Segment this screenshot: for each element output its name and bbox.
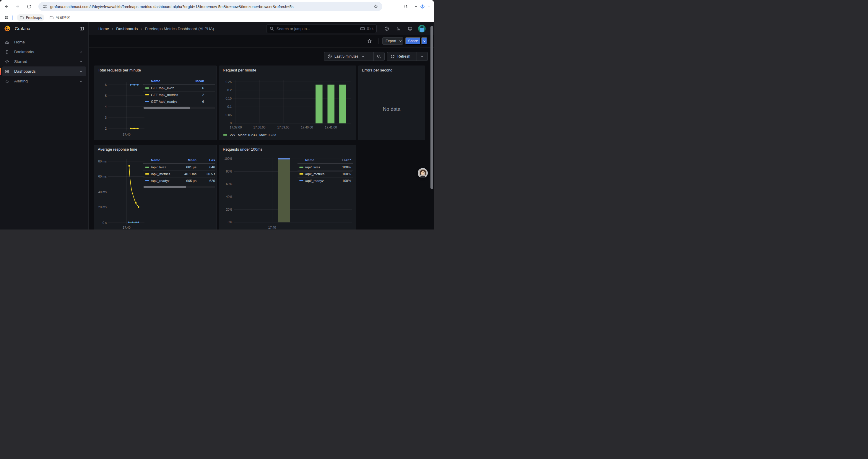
series-name: 2xx — [230, 133, 235, 137]
chevron-down-icon — [420, 54, 425, 59]
legend-column-header[interactable]: Mean — [178, 158, 196, 162]
legend-row[interactable]: /api/_readyz605 µs620 — [143, 177, 215, 184]
reload-button[interactable] — [26, 3, 32, 10]
sidebar-item-bookmarks[interactable]: Bookmarks — [2, 47, 86, 57]
legend-column-header[interactable]: Las — [196, 158, 215, 162]
breadcrumb-item[interactable]: Dashboards — [116, 27, 138, 31]
bookmark-star-button[interactable] — [373, 4, 378, 9]
help-button[interactable] — [384, 26, 390, 31]
legend-hscrollbar[interactable] — [143, 107, 215, 109]
panel-title[interactable]: Errors per second — [362, 68, 392, 72]
series-dash-icon — [145, 180, 149, 182]
legend-row[interactable]: /api/_metrics40.1 ms20.5 r — [143, 170, 215, 177]
svg-text:60 ms: 60 ms — [98, 174, 107, 178]
search-shortcut: ⌘+k — [360, 26, 373, 31]
refresh-interval-button[interactable] — [416, 52, 428, 61]
svg-text:0.1: 0.1 — [227, 105, 231, 108]
legend-row[interactable]: /api/_metrics100% — [298, 170, 353, 177]
legend-series-name: /api/_metrics — [151, 172, 178, 176]
series-dash-icon — [299, 173, 303, 175]
grafana-header: Home›Dashboards›Freeleaps Metrics Dashbo… — [89, 22, 434, 35]
legend-series-name: GET /api/_readyz — [151, 100, 185, 103]
panel-left-icon — [80, 26, 84, 31]
svg-text:3: 3 — [105, 116, 107, 119]
sidebar-item-starred[interactable]: Starred — [2, 57, 86, 66]
forward-button[interactable] — [14, 3, 21, 10]
rss-icon — [396, 26, 401, 31]
legend-header-row: NameLast * — [298, 157, 353, 164]
request-per-minute-legend[interactable]: 2xx Mean: 0.233 Max: 0.233 — [223, 133, 276, 137]
svg-text:80 ms: 80 ms — [98, 160, 107, 163]
address-bar[interactable]: grafana.mathmast.com/d/deytv4rwavabkb/fr… — [38, 2, 382, 11]
series-max: Max: 0.233 — [259, 133, 276, 137]
zoom-out-button[interactable] — [373, 52, 384, 61]
keyboard-icon — [360, 26, 365, 31]
panel-title[interactable]: Request per minute — [223, 68, 256, 72]
sidebar-item-dashboards[interactable]: Dashboards — [2, 66, 86, 76]
bookmark-item[interactable]: Freeleaps — [17, 14, 44, 21]
site-settings-button[interactable] — [42, 4, 47, 9]
legend-row[interactable]: /api/_readyz100% — [298, 177, 353, 184]
svg-text:0: 0 — [230, 121, 231, 125]
share-button[interactable]: Share — [405, 37, 421, 44]
legend-row[interactable]: /api/_livez100% — [298, 164, 353, 170]
export-button[interactable]: Export — [382, 37, 403, 44]
legend-column-header[interactable]: Name — [151, 79, 185, 83]
profile-button[interactable] — [419, 3, 426, 10]
no-data-text: No data — [359, 106, 425, 112]
legend-column-header[interactable]: Name — [305, 158, 331, 162]
assistant-avatar[interactable] — [418, 168, 428, 178]
svg-text:0%: 0% — [228, 220, 232, 224]
series-dash-icon — [145, 173, 149, 175]
avg-response-time-chart[interactable]: 80 ms60 ms40 ms20 ms0 s17:40 — [96, 152, 147, 230]
refresh-button[interactable]: Refresh — [387, 52, 416, 61]
legend-row[interactable]: /api/_livez661 µs646 — [143, 164, 215, 170]
legend-column-header[interactable]: Mean — [185, 79, 204, 83]
legend-value: 605 µs — [178, 179, 196, 183]
reload-icon — [27, 4, 31, 9]
panel-title[interactable]: Requests under 100ms — [223, 147, 262, 152]
share-menu-button[interactable] — [421, 37, 427, 44]
legend-row[interactable]: GET /api/_metrics2 — [143, 91, 215, 98]
sidebar-item-home[interactable]: Home — [2, 37, 86, 47]
legend-value: 20.5 r — [196, 172, 215, 176]
sidebar-item-label: Alerting — [14, 79, 79, 83]
downloads-button[interactable] — [413, 3, 419, 10]
panel-title[interactable]: Total requests per minute — [98, 68, 141, 72]
back-button[interactable] — [3, 3, 10, 10]
series-dash-icon — [145, 167, 149, 168]
chevron-down-icon — [79, 69, 83, 73]
legend-column-header[interactable]: Last * — [331, 158, 351, 162]
chevron-down-icon — [422, 39, 427, 43]
panel-title[interactable]: Average response time — [98, 147, 137, 152]
time-range-picker[interactable]: Last 5 minutes — [324, 52, 373, 61]
extensions-button[interactable] — [402, 3, 409, 10]
legend-hscrollbar[interactable] — [143, 186, 215, 188]
browser-menu-button[interactable] — [426, 3, 432, 10]
kiosk-mode-button[interactable] — [408, 26, 413, 31]
total-requests-chart[interactable]: 6543217:40 — [96, 72, 147, 139]
bookmark-item[interactable]: 收藏博客 — [47, 14, 73, 21]
search-input[interactable]: Search or jump to... ⌘+k — [266, 24, 377, 33]
legend-row[interactable]: GET /api/_readyz6 — [143, 98, 215, 105]
dock-menu-button[interactable] — [80, 26, 84, 31]
legend-series-name: /api/_metrics — [305, 172, 331, 176]
favorite-dashboard-button[interactable] — [367, 39, 373, 44]
refresh-label: Refresh — [397, 54, 410, 59]
panel-request-per-minute: Request per minute 0.250.20.150.10.05017… — [219, 66, 356, 140]
news-button[interactable] — [396, 26, 401, 31]
legend-column-header[interactable]: Name — [151, 158, 178, 162]
avatar-face-icon — [418, 168, 428, 178]
sidebar-item-alerting[interactable]: Alerting — [2, 76, 86, 86]
breadcrumb-item[interactable]: Home — [98, 27, 109, 31]
user-avatar[interactable] — [418, 25, 426, 32]
svg-text:100%: 100% — [224, 157, 232, 160]
request-per-minute-chart[interactable]: 0.250.20.150.10.05017:37:0017:38:0017:39… — [221, 72, 355, 141]
subheader-divider — [378, 38, 378, 44]
page-scrollbar[interactable] — [430, 26, 433, 189]
legend-value: 6 — [185, 100, 204, 103]
apps-grid-button[interactable] — [3, 14, 9, 21]
monitor-icon — [408, 26, 412, 31]
legend-row[interactable]: GET /api/_livez6 — [143, 85, 215, 91]
svg-text:5: 5 — [105, 94, 107, 97]
